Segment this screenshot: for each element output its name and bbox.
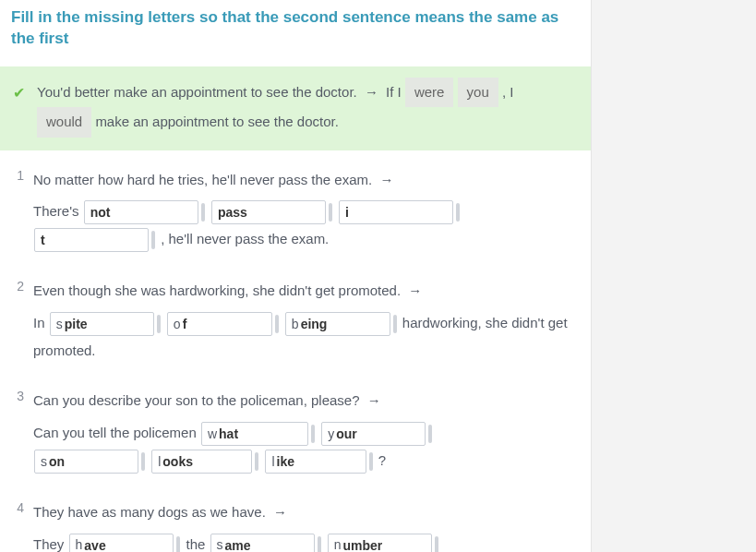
blank-input-wrap[interactable]: s [50,312,154,336]
drag-handle[interactable] [151,231,155,249]
blank-input[interactable] [336,426,419,441]
drag-handle[interactable] [435,536,438,552]
blank-input[interactable] [277,454,360,469]
blank-input-wrap[interactable]: y [321,422,426,446]
drag-handle[interactable] [456,203,460,222]
example-block: ✔ You'd better make an appointment to se… [0,66,591,150]
blank-hint: w [208,422,219,447]
example-text-b1: If I [386,84,402,100]
blank-input-wrap[interactable]: b [285,312,390,336]
question-number: 4 [9,499,33,552]
question-body: They have as many dogs as we have. →They… [33,499,582,552]
drag-handle[interactable] [157,315,161,333]
blank-input-wrap[interactable]: l [151,450,252,474]
blank-input[interactable] [183,317,266,331]
answer-text-tail: , he'll never pass the exam. [157,231,329,246]
blank-input-wrap[interactable] [211,200,326,224]
blank-input[interactable] [84,538,167,552]
blank-input[interactable] [65,317,148,331]
blank-hint: h [76,533,85,552]
example-fill-2: you [458,78,498,108]
drag-handle[interactable] [311,425,315,443]
question-prompt: Can you describe your son to the policem… [33,392,360,408]
question-row: 3Can you describe your son to the police… [9,388,582,475]
question-answer-line: There's , he'll never pass the exam. [33,198,582,254]
blank-input[interactable] [225,538,308,552]
arrow-icon: → [408,278,422,305]
blank-input-wrap[interactable]: s [34,450,138,474]
blank-input[interactable] [345,205,447,220]
blank-input-wrap[interactable]: w [201,422,308,446]
answer-text-mid: the [186,536,209,552]
arrow-icon: → [273,499,287,526]
example-fill-3: would [37,107,91,138]
blank-input[interactable] [90,205,192,220]
instructions-heading: Fill in the missing letters so that the … [0,0,591,66]
answer-text-lead: There's [33,203,83,219]
example-fill-1: were [405,78,454,108]
drag-handle[interactable] [275,315,279,333]
drag-handle[interactable] [393,315,397,333]
drag-handle[interactable] [428,425,432,443]
blank-hint: b [292,312,301,337]
question-prompt: They have as many dogs as we have. [33,504,266,520]
blank-input-wrap[interactable] [339,200,453,224]
question-answer-line: In s o b hardworking, she didn't get pro… [33,310,582,365]
answer-text-lead: In [33,315,49,330]
blank-hint: n [334,533,343,552]
blank-input-wrap[interactable] [84,200,198,224]
question-row: 1No matter how hard he tries, he'll neve… [9,167,582,255]
question-number: 2 [9,278,33,364]
blank-input-wrap[interactable]: l [265,450,366,474]
main-content: Fill in the missing letters so that the … [0,0,591,552]
arrow-icon: → [379,167,393,194]
blank-input[interactable] [49,454,132,469]
example-text-b2: , I [502,84,514,100]
question-prompt-line: No matter how hard he tries, he'll never… [33,167,582,194]
question-prompt: No matter how hard he tries, he'll never… [33,172,372,187]
drag-handle[interactable] [141,452,145,471]
right-sidebar [591,0,756,552]
blank-input[interactable] [342,538,426,552]
blank-input-wrap[interactable]: o [167,312,272,336]
blank-input[interactable] [41,233,142,247]
blank-input-wrap[interactable] [34,228,149,252]
arrow-icon: → [367,388,381,414]
blank-input-wrap[interactable]: s [210,534,315,552]
question-answer-line: They h the s no dogs as we have. [33,532,582,552]
blank-hint: s [41,450,49,474]
answer-text-lead: Can you tell the policemen [33,425,200,440]
blank-hint: y [328,422,336,447]
drag-handle[interactable] [318,536,321,552]
question-body: No matter how hard he tries, he'll never… [33,167,582,255]
answer-text-lead: They [33,536,68,552]
blank-input[interactable] [219,426,302,441]
arrow-icon: → [365,79,378,106]
question-prompt-line: Can you describe your son to the policem… [33,388,582,414]
question-prompt: Even though she was hardworking, she did… [33,282,401,298]
drag-handle[interactable] [255,452,258,471]
question-prompt-line: Even though she was hardworking, she did… [33,278,582,305]
question-prompt-line: They have as many dogs as we have. → [33,499,582,526]
drag-handle[interactable] [369,452,373,471]
blank-hint: o [174,312,183,337]
blank-input[interactable] [301,317,384,331]
answer-text-tail: ? [375,452,387,468]
blank-input[interactable] [162,454,246,469]
blank-input-wrap[interactable]: h [69,534,174,552]
question-body: Can you describe your son to the policem… [33,388,582,475]
drag-handle[interactable] [201,203,205,222]
drag-handle[interactable] [176,536,180,552]
question-body: Even though she was hardworking, she did… [33,278,582,364]
question-row: 4They have as many dogs as we have. →The… [9,499,582,552]
blank-input-wrap[interactable]: n [328,534,433,552]
example-text-b3: make an appointment to see the doctor. [95,114,339,129]
question-answer-line: Can you tell the policemen w ys l l ? [33,420,582,475]
blank-hint: s [217,533,225,552]
blank-hint: s [56,312,65,337]
drag-handle[interactable] [329,203,332,222]
question-number: 1 [9,167,33,255]
example-text-a: You'd better make an appointment to see … [37,84,357,100]
blank-input[interactable] [218,205,319,220]
question-number: 3 [9,388,33,475]
